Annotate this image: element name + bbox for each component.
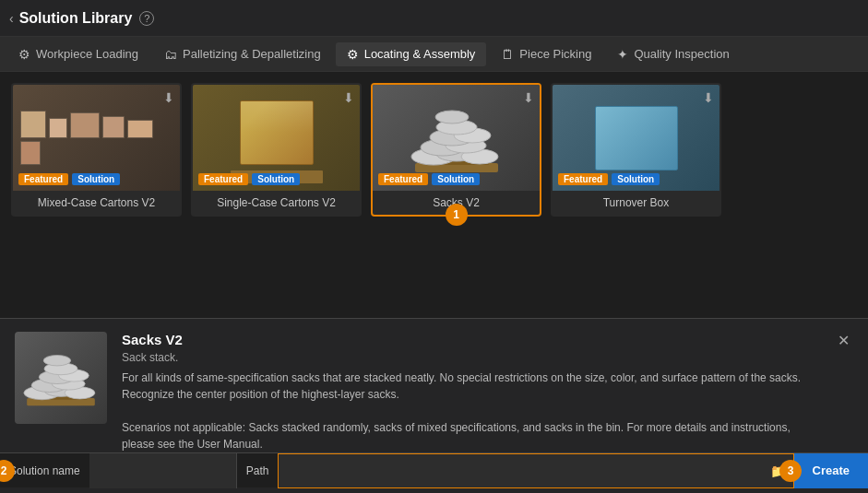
app-title: Solution Library bbox=[19, 10, 133, 27]
svg-point-10 bbox=[435, 111, 469, 123]
solution-badge-turnover: Solution bbox=[612, 173, 660, 185]
path-input-container: 📁 bbox=[278, 453, 793, 488]
card-image-single: ⬇ Featured Solution bbox=[193, 85, 360, 191]
detail-subtitle: Sack stack. bbox=[122, 351, 819, 364]
bottom-form: 2 Solution name Path 📁 3 Create bbox=[0, 452, 868, 487]
download-icon-mixed[interactable]: ⬇ bbox=[163, 90, 174, 105]
detail-content: Sacks V2 Sack stack. For all kinds of sa… bbox=[0, 319, 868, 452]
tab-piece-picking[interactable]: 🗒 Piece Picking bbox=[490, 42, 602, 66]
create-button[interactable]: Create bbox=[794, 453, 868, 488]
single-box-visual bbox=[240, 100, 314, 165]
featured-badge: Featured bbox=[18, 173, 68, 185]
solution-badge-single: Solution bbox=[252, 173, 300, 185]
detail-panel: Sacks V2 Sack stack. For all kinds of sa… bbox=[0, 318, 868, 493]
card-label-single: Single-Case Cartons V2 bbox=[193, 191, 360, 215]
detail-title: Sacks V2 bbox=[122, 332, 819, 347]
detail-info: Sacks V2 Sack stack. For all kinds of sa… bbox=[122, 332, 819, 452]
badges-single: Featured Solution bbox=[198, 173, 300, 185]
cards-area: ⬇ Featured Solution Mixed-Case Cartons V… bbox=[0, 72, 868, 358]
step-badge-3: 3 bbox=[779, 460, 802, 482]
boxes-visual bbox=[13, 103, 180, 172]
solution-badge: Solution bbox=[72, 173, 120, 185]
card-single-case[interactable]: ⬇ Featured Solution Single-Case Cartons … bbox=[191, 83, 362, 217]
svg-point-21 bbox=[43, 355, 70, 365]
palletizing-icon: 🗂 bbox=[164, 47, 177, 62]
tab-quality-inspection[interactable]: ✦ Quality Inspection bbox=[606, 42, 740, 66]
card-mixed-case[interactable]: ⬇ Featured Solution Mixed-Case Cartons V… bbox=[11, 83, 182, 217]
tab-palletizing[interactable]: 🗂 Palletizing & Depalletizing bbox=[153, 42, 332, 66]
path-label: Path bbox=[237, 464, 279, 477]
nav-tabs: ⚙ Workpiece Loading 🗂 Palletizing & Depa… bbox=[0, 37, 868, 72]
download-icon-sacks[interactable]: ⬇ bbox=[523, 90, 534, 105]
featured-badge-turnover: Featured bbox=[558, 173, 608, 185]
solution-badge-sacks: Solution bbox=[432, 173, 480, 185]
card-sacks-v2[interactable]: ⬇ Featured Solution Sacks V2 1 bbox=[371, 83, 541, 217]
back-icon[interactable]: ‹ bbox=[9, 11, 14, 26]
app-header: ‹ Solution Library ? bbox=[0, 0, 868, 37]
cards-container: ⬇ Featured Solution Mixed-Case Cartons V… bbox=[11, 83, 857, 217]
badges-turnover: Featured Solution bbox=[558, 173, 660, 185]
card-label-mixed: Mixed-Case Cartons V2 bbox=[13, 191, 180, 215]
card-image-sacks: ⬇ Featured Solution bbox=[373, 85, 540, 191]
detail-description: For all kinds of same-specification sack… bbox=[122, 370, 819, 452]
workpiece-icon: ⚙ bbox=[18, 47, 30, 62]
path-input[interactable] bbox=[279, 454, 762, 487]
featured-badge-single: Featured bbox=[198, 173, 248, 185]
card-image-mixed: ⬇ Featured Solution bbox=[13, 85, 180, 191]
locating-icon: ⚙ bbox=[347, 47, 359, 62]
step-badge-1: 1 bbox=[446, 204, 468, 226]
sacks-visual bbox=[406, 97, 507, 180]
card-label-turnover: Turnover Box bbox=[553, 191, 719, 215]
turnover-box-visual bbox=[595, 106, 678, 170]
badges-sacks: Featured Solution bbox=[378, 173, 480, 185]
help-icon[interactable]: ? bbox=[139, 11, 154, 26]
step-badge-2: 2 bbox=[0, 460, 15, 482]
solution-name-input[interactable] bbox=[89, 453, 237, 488]
download-icon-single[interactable]: ⬇ bbox=[343, 90, 354, 105]
tab-locating-assembly[interactable]: ⚙ Locating & Assembly bbox=[336, 42, 487, 66]
close-button[interactable]: ✕ bbox=[834, 332, 853, 452]
download-icon-turnover[interactable]: ⬇ bbox=[703, 90, 714, 105]
badges-mixed: Featured Solution bbox=[18, 173, 120, 185]
piece-picking-icon: 🗒 bbox=[501, 47, 514, 62]
featured-badge-sacks: Featured bbox=[378, 173, 428, 185]
solution-thumbnail bbox=[15, 332, 107, 424]
card-image-turnover: ⬇ Featured Solution bbox=[553, 85, 719, 191]
quality-icon: ✦ bbox=[617, 47, 628, 62]
tab-workpiece-loading[interactable]: ⚙ Workpiece Loading bbox=[7, 42, 149, 66]
card-turnover-box[interactable]: ⬇ Featured Solution Turnover Box bbox=[551, 83, 721, 217]
thumb-sacks-svg bbox=[19, 341, 102, 415]
